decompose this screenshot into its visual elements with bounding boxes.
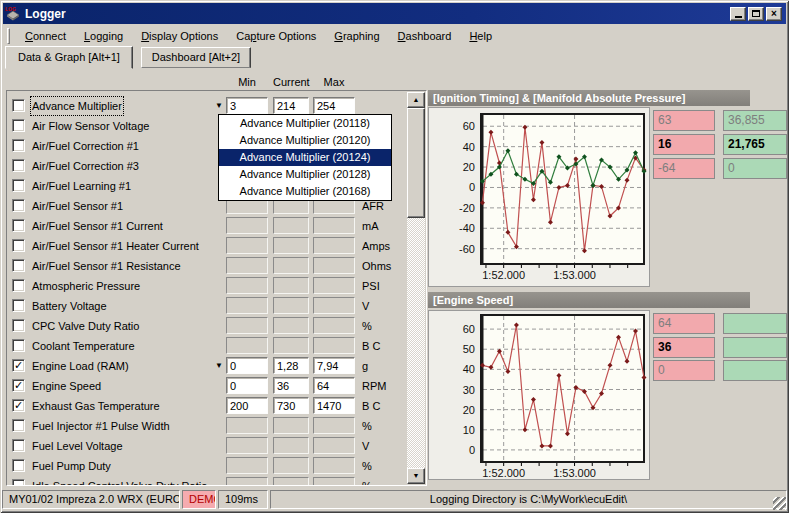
parameter-checkbox[interactable] — [12, 159, 25, 172]
menu-item-dashboard[interactable]: Dashboard — [389, 28, 461, 44]
tab-dashboard-alt-2-[interactable]: Dashboard [Alt+2] — [141, 47, 251, 68]
parameter-checkbox[interactable] — [12, 179, 25, 192]
min-field[interactable]: 3 — [226, 97, 268, 114]
parameter-label[interactable]: Air/Fuel Sensor #1 — [30, 196, 125, 216]
resize-grip[interactable] — [773, 497, 786, 510]
max-field[interactable]: 1470 — [313, 397, 355, 414]
parameter-row: Advance Multiplier▼3214254 — [7, 96, 411, 116]
current-field — [273, 317, 309, 334]
parameter-checkbox[interactable] — [12, 299, 25, 312]
parameter-label[interactable]: Exhaust Gas Temperature — [30, 396, 162, 416]
min-field[interactable]: 200 — [226, 397, 268, 414]
parameter-checkbox[interactable] — [12, 139, 25, 152]
maximize-button[interactable] — [748, 7, 764, 21]
minimize-button[interactable] — [730, 7, 746, 21]
parameter-label[interactable]: Air/Fuel Correction #1 — [30, 136, 141, 156]
svg-text:20: 20 — [463, 161, 475, 173]
min-field[interactable]: 0 — [226, 357, 268, 374]
parameter-label[interactable]: Fuel Injector #1 Pulse Width — [30, 416, 172, 436]
current-field — [273, 217, 309, 234]
parameter-checkbox[interactable] — [12, 199, 25, 212]
close-button[interactable]: × — [766, 7, 782, 21]
combo-arrow-icon[interactable]: ▼ — [213, 356, 225, 376]
dropdown-option[interactable]: Advance Multiplier (20120) — [219, 132, 391, 149]
parameter-checkbox[interactable] — [12, 319, 25, 332]
parameter-checkbox[interactable] — [12, 219, 25, 232]
current-field[interactable]: 730 — [273, 397, 309, 414]
parameter-label[interactable]: Air/Fuel Learning #1 — [30, 176, 133, 196]
parameter-label[interactable]: Air Flow Sensor Voltage — [30, 116, 151, 136]
parameter-label[interactable]: Advance Multiplier — [30, 96, 124, 116]
dropdown-option[interactable]: Advance Multiplier (20128) — [219, 166, 391, 183]
max-field[interactable]: 64 — [313, 377, 355, 394]
parameter-checkbox[interactable] — [12, 119, 25, 132]
parameter-row: Air/Fuel Sensor #1 CurrentmA — [7, 216, 411, 236]
parameter-checkbox[interactable] — [12, 99, 25, 112]
parameter-label[interactable]: Air/Fuel Sensor #1 Resistance — [30, 256, 183, 276]
unit-label: RPM — [362, 376, 386, 396]
parameter-checkbox[interactable] — [12, 459, 25, 472]
menu-item-display-options[interactable]: Display Options — [132, 28, 227, 44]
current-field[interactable]: 214 — [273, 97, 309, 114]
parameter-row: Air/Fuel Sensor #1 Heater CurrentAmps — [7, 236, 411, 256]
parameter-label[interactable]: Engine Speed — [30, 376, 103, 396]
column-header-max: Max — [313, 76, 355, 88]
title-bar[interactable]: LOG Logger × — [3, 3, 786, 24]
dropdown-option[interactable]: Advance Multiplier (20124) — [219, 149, 391, 166]
parameter-checkbox[interactable] — [12, 339, 25, 352]
parameter-label[interactable]: Fuel Pump Duty — [30, 456, 113, 476]
current-field[interactable]: 36 — [273, 377, 309, 394]
parameter-checkbox[interactable] — [12, 439, 25, 452]
menu-item-graphing[interactable]: Graphing — [325, 28, 388, 44]
scroll-down-icon[interactable]: ▼ — [407, 468, 425, 484]
menu-item-connect[interactable]: Connect — [16, 28, 75, 44]
svg-text:60: 60 — [463, 120, 475, 132]
parameter-label[interactable]: Engine Load (RAM) — [30, 356, 131, 376]
tab-data-graph-alt-1-[interactable]: Data & Graph [Alt+1] — [5, 46, 133, 69]
readout-ignition-timing-max: 63 — [653, 110, 715, 131]
parameter-label[interactable]: Atmospheric Pressure — [30, 276, 142, 296]
dropdown-option[interactable]: Advance Multiplier (20168) — [219, 183, 391, 200]
menu-item-help[interactable]: Help — [460, 28, 501, 44]
max-field[interactable]: 254 — [313, 97, 355, 114]
menu-item-logging[interactable]: Logging — [75, 28, 132, 44]
current-field — [273, 437, 309, 454]
parameter-checkbox[interactable]: ✓ — [12, 359, 25, 372]
min-field — [226, 417, 268, 434]
current-field — [273, 257, 309, 274]
parameter-label[interactable]: Air/Fuel Sensor #1 Heater Current — [30, 236, 201, 256]
readout-secondary-min: 0 — [723, 158, 787, 179]
min-field[interactable]: 0 — [226, 377, 268, 394]
parameter-checkbox[interactable] — [12, 419, 25, 432]
scrollbar-thumb[interactable] — [407, 108, 425, 218]
menu-grip-handle[interactable] — [7, 28, 10, 44]
max-field[interactable]: 7,94 — [313, 357, 355, 374]
svg-text:0: 0 — [469, 444, 475, 456]
scroll-up-icon[interactable]: ▲ — [407, 92, 425, 108]
parameter-checkbox[interactable] — [12, 239, 25, 252]
parameter-checkbox[interactable]: ✓ — [12, 379, 25, 392]
combo-arrow-icon[interactable]: ▼ — [213, 96, 225, 116]
max-field — [313, 297, 355, 314]
parameter-label[interactable]: Coolant Temperature — [30, 336, 137, 356]
parameter-label[interactable]: Battery Voltage — [30, 296, 109, 316]
parameter-label[interactable]: Air/Fuel Sensor #1 Current — [30, 216, 165, 236]
parameter-label[interactable]: Idle Speed Control Valve Duty Ratio — [30, 476, 209, 486]
parameter-label[interactable]: Air/Fuel Correction #3 — [30, 156, 141, 176]
parameter-checkbox[interactable] — [12, 479, 25, 486]
parameter-label[interactable]: Fuel Level Voltage — [30, 436, 125, 456]
svg-text:1:53.000: 1:53.000 — [553, 467, 596, 479]
dropdown-option[interactable]: Advance Multiplier (20118) — [219, 115, 391, 132]
parameter-checkbox[interactable] — [12, 259, 25, 272]
parameter-row: ✓Engine Load (RAM)▼01,287,94g — [7, 356, 411, 376]
current-field[interactable]: 1,28 — [273, 357, 309, 374]
svg-text:40: 40 — [463, 141, 475, 153]
chart-caption: [Ignition Timing] & [Manifold Absolute P… — [428, 90, 750, 106]
parameter-label[interactable]: CPC Valve Duty Ratio — [30, 316, 141, 336]
parameter-scrollbar[interactable]: ▲ ▼ — [407, 92, 425, 484]
parameter-checkbox[interactable] — [12, 279, 25, 292]
menu-item-capture-options[interactable]: Capture Options — [227, 28, 325, 44]
readout-secondary-min — [723, 360, 787, 381]
parameter-checkbox[interactable]: ✓ — [12, 399, 25, 412]
unit-label: % — [362, 456, 372, 476]
